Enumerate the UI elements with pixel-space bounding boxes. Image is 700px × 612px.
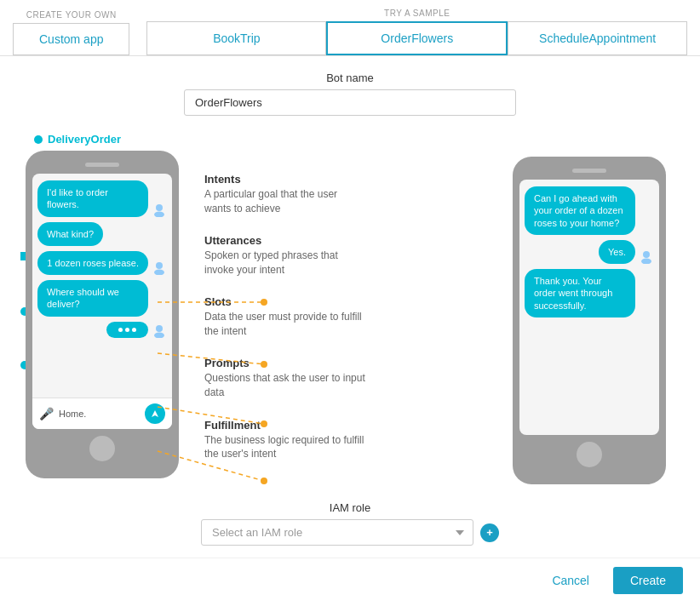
right-bubble-2: Yes. bbox=[599, 240, 635, 264]
phone-home-btn-left bbox=[89, 436, 115, 461]
avatar-icon-2 bbox=[152, 260, 167, 275]
bot-name-section: Bot name bbox=[0, 56, 700, 124]
chat-input-bar: 🎤 Home. bbox=[32, 398, 172, 429]
sample-label: TRY A SAMPLE bbox=[146, 9, 687, 18]
custom-app-tab[interactable]: Custom app bbox=[13, 23, 129, 55]
right-bubble-3: Thank you. Your order went through succe… bbox=[525, 269, 635, 317]
right-phone-outer: Can I go ahead with your order of a doze… bbox=[513, 157, 666, 484]
send-icon bbox=[150, 409, 160, 419]
bubble-row-5 bbox=[37, 322, 167, 338]
annotation-prompts: Prompts Questions that ask the user to i… bbox=[204, 357, 496, 400]
phone-speaker-left bbox=[85, 163, 119, 167]
intents-desc: A particular goal that the user wants to… bbox=[204, 187, 366, 216]
delivery-dot bbox=[34, 135, 43, 144]
book-trip-tab[interactable]: BookTrip bbox=[146, 21, 326, 55]
bubble-row-4: Where should we deliver? bbox=[37, 280, 167, 317]
bubble-1: I'd like to order flowers. bbox=[37, 180, 148, 217]
left-phone-mock: DeliveryOrder I'd like to order flowers. bbox=[26, 133, 187, 484]
bubble-row-2: What kind? bbox=[37, 222, 167, 246]
avatar-icon-1 bbox=[152, 202, 167, 217]
phone-speaker-right bbox=[572, 169, 606, 173]
left-phone-screen: I'd like to order flowers. What kind? 1 … bbox=[32, 174, 172, 429]
delivery-label-text: DeliveryOrder bbox=[48, 133, 121, 146]
right-bubble-row-1: Can I go ahead with your order of a doze… bbox=[525, 186, 654, 235]
annotation-fulfillment: Fulfillment The business logic required … bbox=[204, 419, 496, 462]
right-bubble-1: Can I go ahead with your order of a doze… bbox=[525, 186, 635, 235]
prompts-title: Prompts bbox=[204, 357, 496, 369]
bot-name-input[interactable] bbox=[184, 89, 516, 116]
slots-desc: Data the user must provide to fulfill th… bbox=[204, 310, 366, 339]
cancel-button[interactable]: Cancel bbox=[536, 567, 605, 594]
avatar-icon-3 bbox=[152, 323, 167, 338]
right-phone-screen: Can I go ahead with your order of a doze… bbox=[519, 180, 659, 435]
svg-point-7 bbox=[643, 251, 650, 258]
bubble-4: Where should we deliver? bbox=[37, 280, 148, 317]
bubble-3: 1 dozen roses please. bbox=[37, 251, 148, 275]
top-tab-bar: CREATE YOUR OWN Custom app TRY A SAMPLE … bbox=[0, 0, 700, 56]
fulfillment-title: Fulfillment bbox=[204, 419, 496, 432]
annotation-slots: Slots Data the user must provide to fulf… bbox=[204, 295, 496, 339]
svg-point-0 bbox=[156, 204, 163, 211]
slots-title: Slots bbox=[204, 295, 496, 308]
send-button[interactable] bbox=[145, 403, 165, 424]
bubble-row-3: 1 dozen roses please. bbox=[37, 251, 167, 275]
typing-bubble bbox=[106, 322, 148, 338]
svg-point-2 bbox=[156, 262, 163, 269]
iam-select[interactable]: Select an IAM role bbox=[201, 519, 473, 546]
order-flowers-tab[interactable]: OrderFlowers bbox=[326, 21, 508, 55]
svg-point-8 bbox=[641, 259, 651, 265]
utterances-desc: Spoken or typed phrases that invoke your… bbox=[204, 249, 366, 277]
iam-info-button[interactable]: + bbox=[480, 523, 499, 542]
create-button[interactable]: Create bbox=[613, 567, 683, 594]
svg-point-3 bbox=[154, 270, 164, 276]
prompts-desc: Questions that ask the user to input dat… bbox=[204, 371, 366, 400]
main-content: DeliveryOrder I'd like to order flowers. bbox=[0, 124, 700, 493]
right-bubble-row-2: Yes. bbox=[525, 240, 654, 264]
intents-title: Intents bbox=[204, 173, 496, 186]
create-label: CREATE YOUR OWN bbox=[13, 10, 129, 20]
sample-group: TRY A SAMPLE BookTrip OrderFlowers Sched… bbox=[146, 9, 687, 55]
utterances-title: Utterances bbox=[204, 234, 496, 247]
mic-icon: 🎤 bbox=[39, 407, 54, 420]
right-phone-mock: Can I go ahead with your order of a doze… bbox=[513, 133, 674, 484]
svg-point-4 bbox=[156, 325, 163, 332]
chat-input-display[interactable]: Home. bbox=[59, 409, 140, 419]
right-bubble-row-3: Thank you. Your order went through succe… bbox=[525, 269, 654, 317]
iam-label: IAM role bbox=[0, 501, 700, 514]
bubble-2: What kind? bbox=[37, 222, 103, 246]
bot-name-label: Bot name bbox=[0, 71, 700, 84]
svg-marker-6 bbox=[152, 410, 158, 417]
schedule-appt-tab[interactable]: ScheduleAppointment bbox=[508, 21, 687, 55]
fulfillment-desc: The business logic required to fulfill t… bbox=[204, 433, 366, 462]
left-phone-outer: I'd like to order flowers. What kind? 1 … bbox=[26, 151, 179, 478]
avatar-icon-right-1 bbox=[639, 249, 654, 264]
create-own-group: CREATE YOUR OWN Custom app bbox=[13, 10, 129, 55]
delivery-label: DeliveryOrder bbox=[34, 133, 196, 146]
phone-home-btn-right bbox=[577, 442, 602, 467]
annotation-intents: Intents A particular goal that the user … bbox=[204, 173, 496, 216]
iam-section: IAM role Select an IAM role + bbox=[0, 493, 700, 558]
bubble-row-1: I'd like to order flowers. bbox=[37, 180, 167, 217]
svg-point-5 bbox=[154, 332, 164, 338]
annotations-panel: Intents A particular goal that the user … bbox=[187, 133, 513, 484]
footer-bar: Cancel Create bbox=[0, 558, 700, 606]
iam-row: Select an IAM role + bbox=[0, 519, 700, 546]
svg-point-1 bbox=[154, 211, 164, 217]
annotation-utterances: Utterances Spoken or typed phrases that … bbox=[204, 234, 496, 277]
